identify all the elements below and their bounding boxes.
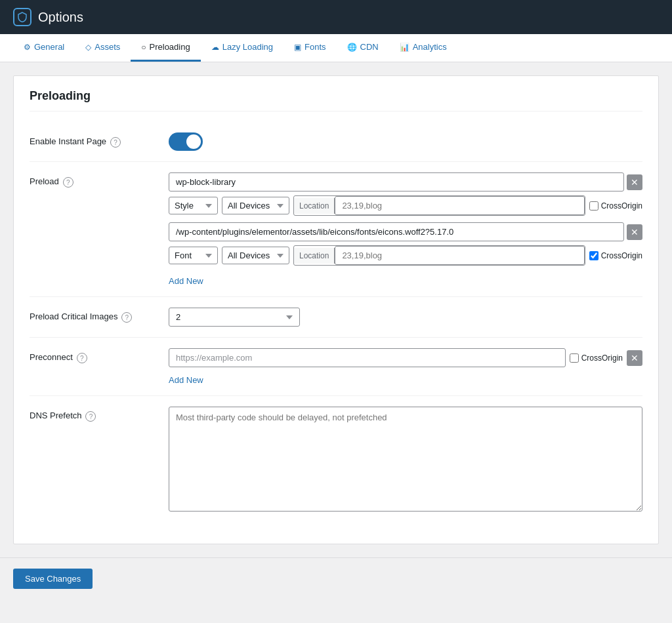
preload-location-group-1: Location [293,195,585,216]
dns-prefetch-textarea[interactable] [169,407,642,512]
dns-prefetch-control [169,407,642,513]
preload-location-input-1[interactable] [335,196,584,215]
tab-lazy-loading[interactable]: ☁ Lazy Loading [201,34,284,62]
general-icon: ⚙ [24,43,31,52]
toggle-thumb [186,134,201,149]
preload-add-new-link[interactable]: Add New [169,276,203,286]
preload-options-row-2: Style Font Script Image All Devices Desk… [169,245,642,266]
preload-url-input-2[interactable] [169,222,624,241]
preload-help-icon[interactable]: ? [63,177,74,188]
preconnect-remove-btn[interactable]: ✕ [627,350,642,366]
enable-instant-page-toggle[interactable] [169,132,203,151]
cdn-icon: 🌐 [347,43,357,52]
preconnect-crossorigin-label[interactable]: CrossOrigin [570,353,623,363]
analytics-icon: 📊 [400,43,410,52]
enable-instant-page-row: Enable Instant Page ? [30,122,642,162]
preload-row: Preload ? ✕ Style Font [30,162,642,297]
tab-assets[interactable]: ◇ Assets [75,34,131,62]
preload-type-select-1[interactable]: Style Font Script Image [169,197,218,214]
preload-options-row-1: Style Font Script Image All Devices Desk… [169,195,642,216]
tab-preloading[interactable]: ○ Preloading [131,34,200,62]
preconnect-label: Preconnect ? [30,348,161,363]
preload-crossorigin-label-1[interactable]: CrossOrigin [589,201,642,211]
preload-type-select-2[interactable]: Style Font Script Image [169,247,218,264]
preload-remove-btn-1[interactable]: ✕ [627,174,642,190]
main-content: Preloading Enable Instant Page ? [0,62,672,557]
preload-url-input-1[interactable] [169,172,624,191]
preload-item-2: ✕ Style Font Script Image All Devices [169,222,642,266]
tab-analytics[interactable]: 📊 Analytics [389,34,457,62]
app-logo-icon [13,8,32,26]
lazy-loading-icon: ☁ [211,43,219,52]
enable-instant-page-label: Enable Instant Page ? [30,132,161,148]
preload-crossorigin-label-2[interactable]: CrossOrigin [589,251,642,260]
section-title: Preloading [30,89,642,111]
dns-prefetch-help-icon[interactable]: ? [85,411,96,422]
preload-url-row-1: ✕ [169,172,642,191]
preload-crossorigin-checkbox-1[interactable] [589,201,598,211]
enable-instant-page-control [169,132,642,151]
page-footer: Save Changes [0,557,672,599]
preconnect-help-icon[interactable]: ? [77,353,87,363]
preload-critical-images-select[interactable]: 1 2 3 4 5 [169,308,300,327]
preconnect-add-new-link[interactable]: Add New [169,375,203,385]
preload-control: ✕ Style Font Script Image All Devices [169,172,642,286]
nav-tabs: ⚙ General ◇ Assets ○ Preloading ☁ Lazy L… [0,34,672,62]
preload-critical-images-help-icon[interactable]: ? [121,312,132,323]
enable-instant-page-help-icon[interactable]: ? [110,137,121,148]
preconnect-crossorigin-checkbox[interactable] [570,353,579,363]
dns-prefetch-row: DNS Prefetch ? [30,396,642,524]
preloading-icon: ○ [141,43,146,52]
preconnect-control: CrossOrigin ✕ Add New [169,348,642,385]
dns-prefetch-label: DNS Prefetch ? [30,407,161,422]
preload-devices-select-1[interactable]: All Devices Desktop Mobile Tablet [222,197,289,214]
preconnect-url-input[interactable] [169,348,566,367]
preload-crossorigin-checkbox-2[interactable] [589,251,598,260]
preload-location-group-2: Location [293,245,585,266]
section-card: Preloading Enable Instant Page ? [13,75,659,544]
preload-critical-images-row: Preload Critical Images ? 1 2 3 4 5 [30,297,642,338]
tab-cdn[interactable]: 🌐 CDN [337,34,389,62]
preload-label: Preload ? [30,172,161,188]
preload-url-row-2: ✕ [169,222,642,241]
app-header: Options [0,0,672,34]
preload-devices-select-2[interactable]: All Devices Desktop Mobile Tablet [222,247,289,264]
assets-icon: ◇ [85,43,91,52]
preload-location-label-1: Location [294,198,335,214]
tab-general[interactable]: ⚙ General [13,34,75,62]
preload-critical-images-control: 1 2 3 4 5 [169,308,642,327]
fonts-icon: ▣ [294,43,301,52]
preload-item-1: ✕ Style Font Script Image All Devices [169,172,642,216]
tab-fonts[interactable]: ▣ Fonts [284,34,337,62]
preload-location-label-2: Location [294,248,335,264]
app-title: Options [38,10,83,25]
preload-location-input-2[interactable] [335,246,584,265]
preload-remove-btn-2[interactable]: ✕ [627,224,642,240]
preconnect-input-row: CrossOrigin ✕ [169,348,642,367]
preload-critical-images-label: Preload Critical Images ? [30,308,161,323]
preconnect-row: Preconnect ? CrossOrigin ✕ Add New [30,338,642,396]
save-changes-button[interactable]: Save Changes [13,569,93,589]
toggle-track [169,132,203,151]
